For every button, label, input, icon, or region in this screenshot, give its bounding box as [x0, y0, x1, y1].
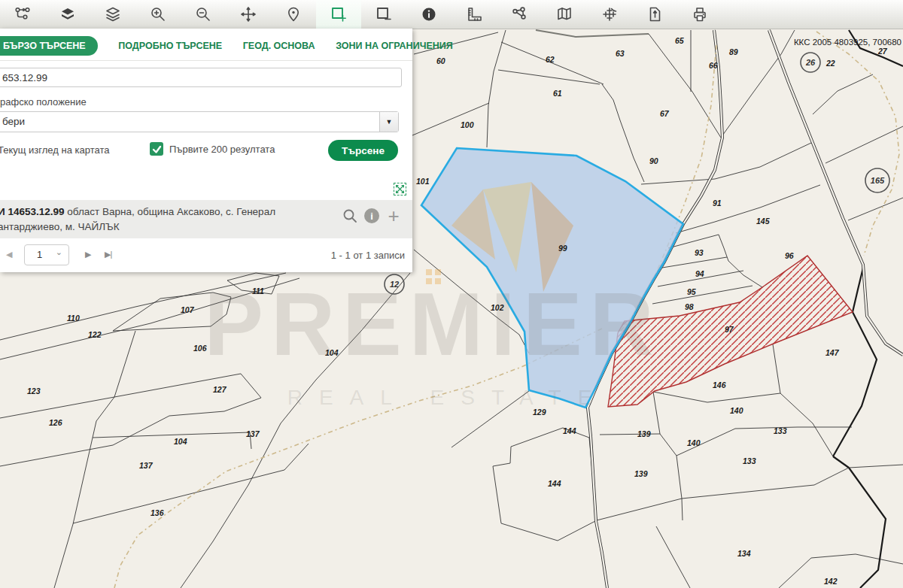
print-tool-button[interactable] — [677, 0, 722, 29]
parcel-label: 144 — [563, 426, 576, 435]
layers-filled-tool-button[interactable] — [45, 0, 90, 29]
info-circle-icon: i — [364, 208, 379, 223]
parcel-label: 106 — [193, 344, 207, 353]
pan-tool-button[interactable] — [226, 0, 271, 29]
result-info-button[interactable]: i — [363, 208, 380, 224]
layers-filled-icon — [59, 6, 76, 23]
select-add-icon — [330, 6, 347, 23]
zoom-out-tool-button[interactable] — [181, 0, 226, 29]
parcel-label: 140 — [687, 438, 701, 447]
coordinates-tool-button[interactable] — [587, 0, 632, 29]
parcel-label: 98 — [685, 302, 694, 311]
parcel-label: 97 — [725, 325, 734, 334]
geographic-location-select[interactable]: бери ▼ — [0, 111, 399, 132]
parcel-label: 133 — [774, 426, 787, 435]
parcel-label: 100 — [461, 120, 474, 129]
zoom-in-icon — [150, 6, 166, 23]
parcel-label: 102 — [491, 303, 504, 312]
zoom-to-result-button[interactable] — [342, 208, 358, 224]
geo-select-value: бери — [2, 116, 25, 127]
parcel-label: 95 — [687, 287, 696, 296]
parcel-label: 90 — [649, 156, 658, 165]
pan-icon — [240, 6, 257, 23]
add-result-button[interactable]: + — [385, 208, 402, 224]
result-actions: i + — [342, 208, 402, 224]
measure-tool-button[interactable] — [451, 0, 497, 29]
magnifier-icon — [342, 208, 357, 223]
map-sheets-tool-button[interactable] — [542, 0, 587, 29]
route-tool-button[interactable] — [0, 0, 45, 29]
chevron-down-icon[interactable]: ▼ — [379, 112, 398, 132]
parcel-label: 123 — [27, 386, 41, 396]
locate-pin-tool-button[interactable] — [271, 0, 316, 29]
tab-restriction-zones[interactable]: ЗОНИ НА ОГРАНИЧЕНИЯ — [336, 41, 453, 51]
parcel-label: 91 — [713, 199, 722, 208]
result-location-line2: антарджиево, м. ЧАЙЛЪК — [0, 221, 120, 232]
layers-stack-tool-button[interactable] — [90, 0, 135, 29]
coordinates-icon — [601, 6, 618, 23]
parcel-label: 140 — [730, 406, 743, 415]
next-page-button[interactable]: ▶ — [85, 250, 91, 259]
info-icon — [421, 6, 437, 23]
info-tool-button[interactable] — [406, 0, 451, 29]
export-icon — [646, 6, 663, 23]
app-window: PREMIER REAL ESTATE 60626365668961679010… — [0, 0, 903, 588]
parcel-label: 144 — [548, 479, 561, 488]
parcel-label: 62 — [546, 55, 555, 64]
search-options-row: Текущ изглед на картата Първите 200 резу… — [0, 140, 412, 161]
parcel-label: 126 — [49, 418, 62, 427]
parcel-label: 89 — [729, 47, 738, 56]
parcel-label: 133 — [743, 456, 756, 465]
search-tabs: БЪРЗО ТЪРСЕНЕ ПОДРОБНО ТЪРСЕНЕ ГЕОД. ОСН… — [0, 36, 453, 57]
watermark-brand: PREMIER — [204, 274, 661, 374]
locate-pin-icon — [285, 6, 302, 23]
previous-page-button[interactable]: ◀ — [6, 250, 12, 259]
parcel-label: 147 — [825, 348, 840, 357]
parcel-label: 111 — [252, 286, 264, 296]
parcel-label: 142 — [824, 577, 838, 586]
parcel-label: 99 — [558, 244, 567, 253]
measure-icon — [466, 6, 482, 23]
first-200-results-checkbox[interactable]: Първите 200 резултата — [150, 142, 275, 156]
search-button[interactable]: Търсене — [328, 140, 398, 161]
export-tool-button[interactable] — [632, 0, 677, 29]
tab-detailed-search[interactable]: ПОДРОБНО ТЪРСЕНЕ — [118, 41, 222, 51]
last-page-button[interactable]: ▶| — [105, 250, 111, 259]
parcel-label: 93 — [695, 248, 704, 257]
parcel-label: 110 — [67, 314, 80, 323]
parcel-label: 94 — [695, 269, 704, 278]
result-description: И 14653.12.99 област Варна, община Аксак… — [0, 205, 329, 234]
parcel-label: 137 — [139, 461, 154, 470]
map-circle-label: 165 — [871, 176, 885, 185]
current-map-view-label[interactable]: Текущ изглед на картата — [0, 144, 109, 156]
parcel-label: 22 — [825, 59, 835, 68]
parcel-label: 139 — [637, 429, 651, 438]
parcel-label: 145 — [756, 217, 770, 226]
current-page-value: 1 — [37, 249, 42, 260]
parcel-label: 61 — [553, 89, 562, 98]
parcel-search-input[interactable] — [0, 68, 402, 87]
tab-quick-search[interactable]: БЪРЗО ТЪРСЕНЕ — [0, 36, 98, 56]
zoom-in-tool-button[interactable] — [135, 0, 181, 29]
parcel-label: 129 — [533, 408, 546, 417]
map-circle-label: 26 — [805, 58, 816, 67]
print-icon — [692, 6, 708, 23]
coordinate-readout: ККС 2005 4803925, 700680 — [794, 38, 901, 47]
page-number-select[interactable]: 1 ⌄ — [24, 244, 69, 265]
parcel-label: 127 — [213, 385, 227, 394]
search-result-row[interactable]: И 14653.12.99 област Варна, община Аксак… — [0, 200, 412, 238]
zoom-out-icon — [195, 6, 211, 23]
parcel-label: 66 — [709, 61, 718, 70]
parcel-label: 96 — [785, 251, 794, 260]
parcel-label: 122 — [88, 330, 102, 339]
select-remove-tool-button[interactable] — [361, 0, 406, 29]
route-icon — [14, 6, 31, 23]
select-add-tool-button[interactable] — [316, 0, 361, 29]
expand-results-icon[interactable] — [394, 183, 406, 195]
layers-stack-icon — [105, 6, 121, 23]
pagination-bar: ◀ 1 ⌄ ▶ ▶| 1 - 1 от 1 записи — [0, 242, 412, 269]
share-tool-button[interactable] — [497, 0, 542, 29]
parcel-label: 65 — [675, 36, 684, 45]
parcel-label: 104 — [174, 437, 187, 446]
tab-geodetic-basis[interactable]: ГЕОД. ОСНОВА — [243, 41, 315, 51]
